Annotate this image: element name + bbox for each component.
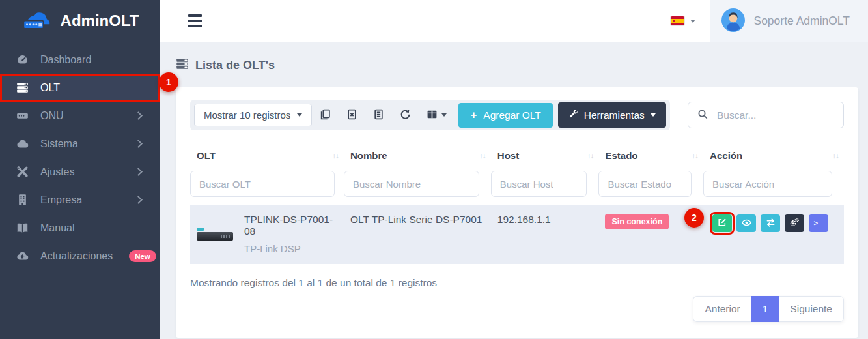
edit-pencil-icon (718, 218, 727, 229)
filter-nombre-input[interactable] (344, 171, 479, 197)
column-header-host[interactable]: Host↑↓ (491, 141, 599, 168)
caret-down-icon (297, 113, 302, 117)
chevron-right-icon (134, 168, 143, 176)
annotation-step-1: 1 (159, 72, 178, 92)
add-olt-label: Agregar OLT (483, 110, 540, 121)
copy-button[interactable] (312, 106, 339, 125)
adminolt-app: AdminOLT Dashboard OLT ONU (0, 0, 868, 339)
main-area: Lista de OLT's Mostrar 10 registros (160, 42, 868, 339)
view-button[interactable] (736, 214, 756, 232)
toolbar-button-group: Mostrar 10 registros (190, 100, 670, 130)
server-icon (16, 81, 29, 94)
cloud-icon (16, 138, 29, 150)
sidebar-item-sistema[interactable]: Sistema (0, 130, 160, 158)
column-header-accion[interactable]: Acción↑↓ (703, 141, 844, 168)
sidebar-item-actualizaciones[interactable]: Actualizaciones New (0, 242, 160, 270)
olt-device-image (197, 228, 233, 241)
column-label: Estado (605, 150, 637, 161)
eye-icon (742, 218, 751, 229)
olt-list-card: Mostrar 10 registros (176, 87, 858, 338)
search-box (688, 102, 844, 128)
column-label: Acción (710, 150, 742, 161)
filter-accion-input[interactable] (703, 171, 832, 197)
sidebar-item-ajustes[interactable]: Ajustes (0, 158, 160, 186)
spain-flag-icon (671, 16, 684, 25)
olt-host: 192.168.1.1 (491, 205, 599, 264)
topbar: Soporte AdminOLT (160, 0, 868, 42)
sidebar-item-label: ONU (40, 110, 64, 122)
pagination-next[interactable]: Siguiente (779, 296, 844, 322)
refresh-button[interactable] (392, 106, 419, 125)
olt-table: OLT↑↓ Nombre↑↓ Host↑↓ Estado↑↓ Acción↑↓ (190, 141, 844, 264)
tools-dropdown-button[interactable]: Herramientas (558, 102, 666, 128)
column-label: Host (497, 150, 519, 161)
sidebar-item-label: Actualizaciones (40, 250, 113, 262)
gears-icon (789, 217, 800, 229)
cloud-upload-icon (16, 250, 29, 262)
olt-vendor: TP-Link DSP (244, 243, 337, 254)
olt-model: TPLINK-DS-P7001-08 (244, 214, 337, 237)
sort-icon: ↑↓ (332, 152, 339, 160)
sidebar-item-dashboard[interactable]: Dashboard (0, 46, 160, 74)
sidebar-item-onu[interactable]: ONU (0, 102, 160, 130)
brand-logo-icon (21, 8, 55, 34)
sidebar-item-label: Dashboard (40, 54, 91, 66)
user-name: Soporte AdminOLT (753, 14, 850, 28)
column-header-estado[interactable]: Estado↑↓ (598, 141, 703, 168)
export-file-button[interactable] (365, 106, 392, 125)
caret-down-icon (690, 20, 695, 23)
page-title: Lista de OLT's (176, 57, 858, 74)
sidebar-item-label: Sistema (40, 138, 78, 150)
language-selector[interactable] (656, 0, 710, 42)
filter-host-input[interactable] (491, 171, 587, 197)
sidebar-item-manual[interactable]: Manual (0, 214, 160, 242)
hamburger-menu-icon[interactable] (186, 12, 204, 30)
show-entries-label: Mostrar 10 registros (204, 110, 290, 121)
export-excel-button[interactable] (339, 106, 365, 125)
tools-icon (16, 166, 29, 178)
content-column: Soporte AdminOLT Lista de OLT's Mostrar … (160, 0, 868, 339)
sidebar-item-empresa[interactable]: Empresa (0, 186, 160, 214)
row-actions: >_ (710, 214, 837, 232)
table-header-row: OLT↑↓ Nombre↑↓ Host↑↓ Estado↑↓ Acción↑↓ (190, 141, 844, 168)
pagination-page-1[interactable]: 1 (751, 296, 779, 322)
topbar-right: Soporte AdminOLT (656, 0, 868, 42)
book-icon (16, 222, 29, 234)
caret-down-icon (651, 113, 656, 117)
refresh-icon (400, 109, 411, 122)
pagination-previous[interactable]: Anterior (693, 296, 751, 322)
caret-down-icon (441, 113, 447, 117)
column-visibility-button[interactable] (419, 106, 455, 125)
sidebar-nav: Dashboard OLT ONU Sistema (0, 42, 160, 270)
sidebar-item-olt[interactable]: OLT (0, 74, 160, 102)
column-label: Nombre (350, 150, 387, 161)
olt-cell: TPLINK-DS-P7001-08 TP-Link DSP (197, 214, 337, 254)
building-icon (16, 194, 29, 206)
terminal-button[interactable]: >_ (809, 214, 828, 232)
sync-button[interactable] (761, 214, 780, 232)
add-olt-button[interactable]: + Agregar OLT (458, 103, 552, 128)
user-menu[interactable]: Soporte AdminOLT (710, 0, 868, 42)
document-icon (373, 109, 384, 122)
show-entries-dropdown[interactable]: Mostrar 10 registros (194, 104, 312, 126)
annotation-step-2: 2 (684, 208, 704, 228)
column-header-nombre[interactable]: Nombre↑↓ (344, 141, 491, 168)
edit-button[interactable] (712, 214, 732, 232)
swap-arrows-icon (766, 218, 776, 229)
brand[interactable]: AdminOLT (0, 0, 160, 42)
sidebar-item-label: Ajustes (40, 166, 74, 178)
table-toolbar: Mostrar 10 registros (190, 100, 844, 130)
chevron-right-icon (134, 140, 143, 148)
plus-icon: + (470, 110, 477, 121)
table-row: TPLINK-DS-P7001-08 TP-Link DSP OLT TP-Li… (190, 205, 844, 264)
table-filter-row (190, 167, 844, 205)
settings-button[interactable] (785, 214, 804, 232)
sort-icon: ↑↓ (479, 152, 486, 160)
search-input[interactable] (716, 109, 834, 122)
gauge-icon (16, 53, 29, 66)
filter-estado-input[interactable] (598, 171, 692, 197)
filter-olt-input[interactable] (190, 171, 335, 197)
sidebar: AdminOLT Dashboard OLT ONU (0, 0, 160, 339)
olt-nombre: OLT TP-Link Serie DS-P7001 (344, 205, 491, 264)
column-header-olt[interactable]: OLT↑↓ (190, 141, 344, 168)
